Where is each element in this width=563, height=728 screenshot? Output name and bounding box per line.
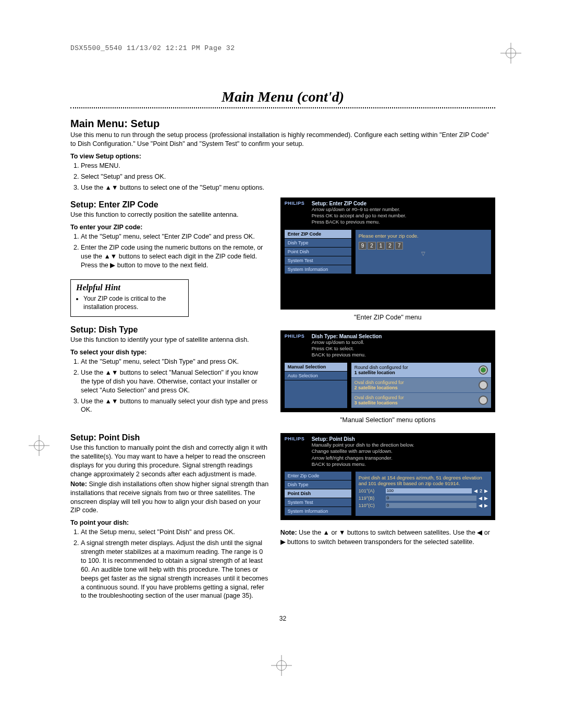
print-header: DSX5500_5540 11/13/02 12:21 PM Page 32: [70, 44, 495, 52]
step: At the "Setup" menu, select "Enter ZIP C…: [81, 232, 269, 241]
heading-zip: Setup: Enter ZIP Code: [70, 200, 269, 209]
philips-logo: PHILIPS: [285, 201, 308, 230]
step: At the Setup menu, select "Point Dish" a…: [81, 528, 269, 537]
subhead-dish: To select your dish type:: [70, 349, 269, 356]
caption-dish: "Manual Selection" menu options: [280, 416, 495, 424]
ss-instructions: Arrow up/down to scroll. Press OK to sel…: [312, 339, 491, 359]
screenshot-dishtype: PHILIPS Dish Type: Manual Selection Arro…: [280, 330, 495, 412]
panel-text: Please enter your zip code.: [359, 233, 488, 239]
menu-item[interactable]: Manual Selection: [285, 363, 347, 372]
step: Press MENU.: [81, 162, 269, 170]
subhead-zip: To enter your ZIP code:: [70, 224, 269, 231]
ss-menu: Manual Selection Auto Selection: [285, 363, 347, 408]
ss-menu: Enter ZIP Code Dish Type Point Dish Syst…: [285, 230, 351, 274]
menu-item[interactable]: Point Dish: [285, 248, 351, 256]
menu-item[interactable]: Enter ZIP Code: [285, 230, 351, 239]
dish-options: Round dish configured for1 satellite loc…: [351, 363, 491, 408]
chevron-down-icon: ▽: [359, 251, 488, 256]
page-title: Main Menu (cont'd): [70, 89, 495, 105]
menu-item[interactable]: Enter Zip Code: [285, 472, 351, 480]
bottom-note: Note: Use the ▲ or ▼ buttons to switch b…: [280, 528, 495, 547]
menu-item[interactable]: System Information: [285, 265, 351, 274]
screenshot-pointdish: PHILIPS Setup: Point Dish Manually point…: [280, 433, 495, 520]
steps-zip: At the "Setup" menu, select "Enter ZIP C…: [70, 232, 269, 270]
menu-item[interactable]: System Test: [285, 498, 351, 507]
chevron-right-icon[interactable]: ▶: [484, 503, 488, 508]
chevron-left-icon[interactable]: ◀: [474, 488, 478, 493]
dotted-rule: [70, 107, 495, 110]
ss-title: Dish Type: Manual Selection: [312, 334, 491, 339]
zip-digits[interactable]: 92127: [359, 242, 488, 250]
signal-row: 119°(B) 0 ◀ ▶: [359, 496, 488, 501]
radio-icon: [479, 380, 488, 390]
intro-zip: Use this function to correctly position …: [70, 211, 269, 219]
philips-logo: PHILIPS: [285, 334, 308, 363]
registration-mark-bottom: [271, 655, 292, 676]
menu-item[interactable]: Auto Selection: [285, 372, 347, 380]
ss-instructions: Manually point your dish to the directio…: [312, 442, 491, 467]
step: Use the ▲▼ buttons to select "Manual Sel…: [81, 368, 269, 395]
step: A signal strength meter displays. Adjust…: [81, 539, 269, 600]
intro-text: Use this menu to run through the setup p…: [70, 131, 495, 149]
dish-option[interactable]: Round dish configured for1 satellite loc…: [351, 363, 491, 378]
steps-view-setup: Press MENU. Select "Setup" and press OK.…: [70, 162, 269, 192]
screenshot-zip: PHILIPS Setup: Enter ZIP Code Arrow up/d…: [280, 198, 495, 310]
dish-option[interactable]: Oval dish configured for3 satellite loca…: [351, 393, 491, 408]
menu-item[interactable]: System Information: [285, 507, 351, 516]
chevron-left-icon[interactable]: ◀: [479, 496, 482, 501]
subhead-view-setup: To view Setup options:: [70, 153, 495, 160]
chevron-left-icon[interactable]: ◀: [479, 503, 482, 508]
signal-row: 101°(A) 100 ◀ 2 ▶: [359, 488, 488, 493]
menu-item[interactable]: Point Dish: [285, 489, 351, 498]
philips-logo: PHILIPS: [285, 436, 308, 472]
section-heading-setup: Main Menu: Setup: [70, 118, 495, 130]
ss-title: Setup: Point Dish: [312, 436, 491, 442]
step: Use the ▲▼ buttons to select one of the …: [81, 183, 269, 192]
step: Select "Setup" and press OK.: [81, 172, 269, 181]
intro-dish: Use this function to identify your type …: [70, 336, 269, 344]
signal-row: 110°(C) 0 ◀ ▶: [359, 503, 488, 508]
menu-item[interactable]: Dish Type: [285, 239, 351, 248]
ss-title: Setup: Enter ZIP Code: [312, 201, 491, 206]
heading-dish: Setup: Dish Type: [70, 325, 269, 335]
ss-menu: Enter Zip Code Dish Type Point Dish Syst…: [285, 472, 351, 516]
hint-text: Your ZIP code is critical to the install…: [83, 294, 183, 311]
ss-panel: Please enter your zip code. 92127 ▽: [356, 230, 491, 274]
steps-dish: At the "Setup" menu, select "Dish Type" …: [70, 357, 269, 414]
chevron-right-icon[interactable]: ▶: [484, 488, 488, 493]
steps-point: At the Setup menu, select "Point Dish" a…: [70, 528, 269, 600]
radio-icon: [479, 396, 488, 405]
step: Enter the ZIP code using the numeric but…: [81, 243, 269, 270]
dish-option[interactable]: Oval dish configured for2 satellite loca…: [351, 378, 491, 393]
heading-point: Setup: Point Dish: [70, 433, 269, 442]
step: Use the ▲▼ buttons to manually select yo…: [81, 397, 269, 415]
hint-title: Helpful Hint: [76, 283, 183, 292]
caption-zip: "Enter ZIP Code" menu: [280, 314, 495, 321]
menu-item[interactable]: System Test: [285, 256, 351, 265]
ss-instructions: Arrow up/down or #0–9 to enter number. P…: [312, 206, 491, 226]
ss-panel: Point dish at 154 degrees azimuth, 51 de…: [356, 472, 491, 516]
note-point: Note: Single dish installations often sh…: [70, 480, 269, 515]
panel-text: Point dish at 154 degrees azimuth, 51 de…: [359, 475, 488, 486]
helpful-hint-box: Helpful Hint Your ZIP code is critical t…: [70, 279, 189, 317]
page-number: 32: [70, 615, 495, 622]
chevron-right-icon[interactable]: ▶: [484, 496, 488, 501]
intro-point: Use this function to manually point the …: [70, 443, 269, 479]
radio-checked-icon: [479, 365, 488, 375]
subhead-point: To point your dish:: [70, 519, 269, 526]
menu-item[interactable]: Dish Type: [285, 480, 351, 489]
step: At the "Setup" menu, select "Dish Type" …: [81, 357, 269, 366]
